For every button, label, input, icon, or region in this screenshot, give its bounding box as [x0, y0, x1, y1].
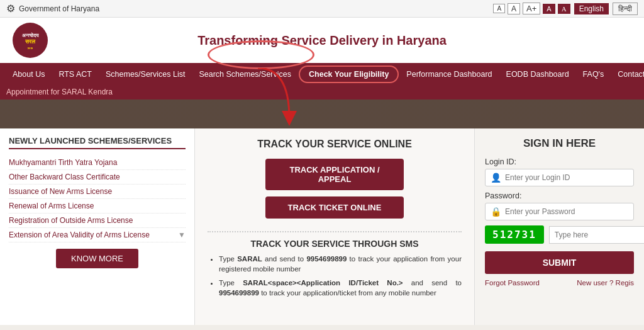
left-panel: NEWLY LAUNCHED SCHEMES/SERVICES Mukhyama… [0, 128, 195, 325]
list-item[interactable]: Renewal of Arms License [9, 199, 186, 213]
header-title: Transforming Service Delivery in Haryana [197, 33, 447, 48]
font-active-btn[interactable]: A [543, 4, 555, 14]
bottom-links: Forgot Password New user ? Regis [485, 279, 634, 287]
track-ticket-button[interactable]: TRACK TICKET ONLINE [265, 196, 404, 219]
list-item[interactable]: Extension of Area Validity of Arms Licen… [9, 228, 186, 242]
scheme-name: Extension of Area Validity of Arms Licen… [9, 230, 150, 239]
svg-text:सरल: सरल [25, 38, 36, 45]
scheme-name: Issuance of New Arms License [9, 187, 112, 196]
nav-rts-act[interactable]: RTS ACT [52, 65, 98, 84]
login-id-input[interactable] [505, 173, 628, 182]
divider [208, 231, 462, 232]
top-bar-right: A A A+ A A English हिन्दी [493, 3, 638, 15]
track-application-button[interactable]: TRACK APPLICATION / APPEAL [265, 159, 404, 190]
header: अन्त्योदय सरल »» Transforming Service De… [0, 18, 644, 63]
nav-eodb-dashboard[interactable]: EODB Dashboard [500, 65, 575, 84]
scheme-name: Renewal of Arms License [9, 202, 94, 210]
forgot-password-link[interactable]: Forgot Password [485, 279, 540, 287]
svg-text:»»: »» [28, 45, 33, 51]
gov-emblem-icon: ⚙ [6, 3, 15, 14]
logo-area: अन्त्योदय सरल »» [13, 23, 48, 58]
login-id-input-wrapper: 👤 [485, 169, 634, 186]
logo-icon: अन्त्योदय सरल »» [13, 23, 48, 58]
main-nav: About Us RTS ACT Schemes/Services List S… [0, 63, 644, 86]
sub-nav-text: Appointment for SARAL Kendra [6, 88, 113, 96]
nav-schemes-list[interactable]: Schemes/Services List [99, 65, 191, 84]
scheme-name: Mukhyamantri Tirth Yatra Yojana [9, 158, 117, 167]
nav-check-eligibility[interactable]: Check Your Eligibility [299, 65, 399, 83]
captcha-input[interactable] [549, 226, 644, 244]
sub-nav: Appointment for SARAL Kendra [0, 86, 644, 100]
nav-search-schemes[interactable]: Search Schemes/Services [192, 65, 297, 84]
left-panel-title: NEWLY LAUNCHED SCHEMES/SERVICES [9, 136, 186, 149]
font-controls: A A A+ A A [493, 3, 570, 14]
list-item[interactable]: Registration of Outside Arms License [9, 213, 186, 228]
font-small-btn[interactable]: A [493, 4, 505, 13]
sms-instructions: Type SARAL and send to 9954699899 to tra… [208, 254, 462, 302]
nav-contact-us[interactable]: Contact Us [611, 65, 644, 84]
lang-english-btn[interactable]: English [574, 3, 609, 14]
nav-about-us[interactable]: About Us [6, 65, 51, 84]
know-more-button[interactable]: KNOW MORE [56, 249, 138, 268]
password-input[interactable] [505, 207, 628, 216]
sms-item-2: Type SARAL<space><Application ID/Ticket … [219, 278, 462, 298]
user-icon: 👤 [491, 173, 501, 183]
lang-hindi-btn[interactable]: हिन्दी [613, 3, 638, 15]
password-input-wrapper: 🔒 [485, 203, 634, 220]
track-online-title: TRACK YOUR SERVICE ONLINE [257, 139, 412, 150]
list-item[interactable]: Mukhyamantri Tirth Yatra Yojana [9, 156, 186, 170]
scheme-list: Mukhyamantri Tirth Yatra Yojana Other Ba… [9, 156, 186, 242]
submit-button[interactable]: SUBMIT [485, 251, 634, 274]
gov-name-area: ⚙ Government of Haryana [6, 3, 99, 14]
captcha-value: 512731 [485, 225, 544, 244]
sign-in-title: SIGN IN HERE [485, 137, 634, 150]
password-label: Password: [485, 191, 634, 200]
font-large-btn[interactable]: A+ [523, 3, 540, 14]
top-bar: ⚙ Government of Haryana A A A+ A A Engli… [0, 0, 644, 18]
svg-text:अन्त्योदय: अन्त्योदय [22, 32, 39, 38]
center-panel: TRACK YOUR SERVICE ONLINE TRACK APPLICAT… [195, 128, 474, 325]
main-content: NEWLY LAUNCHED SCHEMES/SERVICES Mukhyama… [0, 128, 644, 325]
captcha-row: 512731 [485, 225, 634, 244]
login-id-label: Login ID: [485, 157, 634, 166]
sms-item-1: Type SARAL and send to 9954699899 to tra… [219, 254, 462, 274]
font-medium-btn[interactable]: A [508, 3, 520, 14]
right-panel: SIGN IN HERE Login ID: 👤 Password: 🔒 512… [474, 128, 644, 325]
list-item[interactable]: Other Backward Class Certificate [9, 170, 186, 185]
font-alt-btn[interactable]: A [558, 4, 570, 14]
scheme-name: Other Backward Class Certificate [9, 173, 120, 181]
lock-icon: 🔒 [491, 207, 501, 217]
hero-banner [0, 100, 644, 128]
sms-title: TRACK YOUR SERVICE THROUGH SMS [250, 239, 418, 249]
nav-performance-dashboard[interactable]: Performance Dashboard [400, 65, 498, 84]
gov-name: Government of Haryana [19, 4, 99, 13]
scheme-name: Registration of Outside Arms License [9, 216, 133, 225]
list-item[interactable]: Issuance of New Arms License [9, 185, 186, 199]
nav-faqs[interactable]: FAQ's [577, 65, 611, 84]
new-user-link[interactable]: New user ? Regis [577, 279, 634, 287]
